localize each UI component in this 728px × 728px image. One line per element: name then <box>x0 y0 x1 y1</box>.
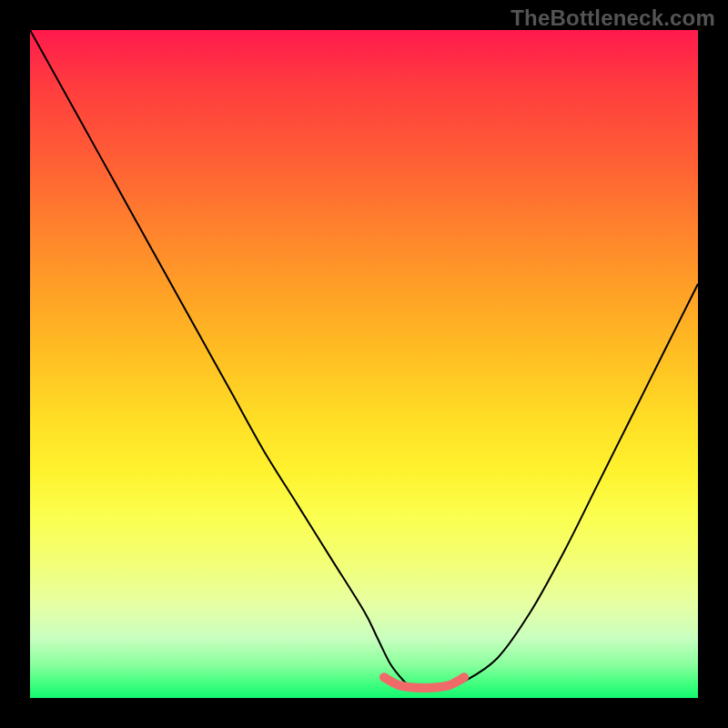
optimal-band-path <box>384 677 464 688</box>
plot-area <box>30 30 698 698</box>
watermark-text: TheBottleneck.com <box>511 5 715 31</box>
curve-overlay <box>30 30 698 698</box>
bottleneck-curve-path <box>30 30 698 688</box>
chart-frame: TheBottleneck.com <box>0 0 728 728</box>
